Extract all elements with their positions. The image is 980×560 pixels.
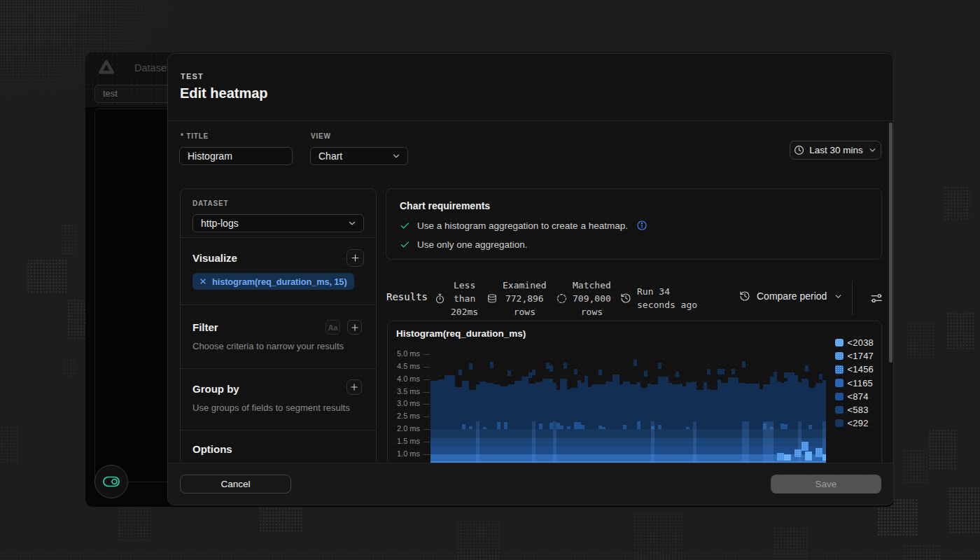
- groupby-description: Use groups of fields to segment results: [192, 402, 350, 413]
- heatmap-cell: [532, 370, 536, 375]
- y-tick-label: 5.0 ms: [388, 349, 420, 358]
- chart-requirements-title: Chart requirements: [400, 200, 490, 211]
- visualize-section-title: Visualize: [192, 252, 237, 264]
- heatmap-cell: [634, 360, 637, 366]
- requirement-item: Use only one aggregation.: [400, 239, 528, 250]
- dot-pattern-decoration: [67, 299, 86, 340]
- legend-label: <292: [848, 418, 869, 428]
- legend-swatch: [835, 339, 844, 347]
- y-tick-label: 4.0 ms: [388, 374, 420, 383]
- query-builder-panel: DATASET http-logs Visualize histogram(re…: [180, 188, 377, 482]
- chart-requirements-box: Chart requirements Use a histogram aggre…: [386, 188, 882, 260]
- chart-options-button[interactable]: [870, 292, 883, 304]
- compare-period-label: Compare period: [757, 290, 827, 302]
- add-filter-button[interactable]: [347, 320, 362, 335]
- heatmap-cell: [784, 454, 791, 461]
- heatmap-cell: [623, 425, 626, 429]
- heatmap-cell: [490, 362, 493, 368]
- heatmap-cell: [784, 424, 788, 429]
- y-tick-mark: [424, 442, 430, 442]
- y-tick-mark: [424, 429, 430, 430]
- heatmap-cell: [598, 370, 602, 375]
- info-icon[interactable]: [636, 220, 648, 231]
- heatmap-cell: [574, 369, 578, 374]
- dataset-select[interactable]: http-logs: [192, 214, 364, 232]
- dot-pattern-decoration: [63, 359, 77, 377]
- heatmap-cell: [507, 370, 511, 376]
- requirement-item: Use a histogram aggregation to create a …: [400, 220, 648, 231]
- compare-period-button[interactable]: Compare period: [739, 290, 843, 302]
- axiom-logo-icon: [98, 59, 115, 76]
- dot-pattern-decoration: [634, 512, 682, 560]
- legend-item: <583: [835, 405, 869, 415]
- dot-pattern-decoration: [118, 507, 151, 542]
- dataset-search-item[interactable]: test: [94, 85, 173, 103]
- dataset-list-panel: [94, 108, 173, 482]
- query-stat: Run 34 seconds ago: [620, 279, 697, 317]
- legend-label: <1747: [848, 351, 874, 361]
- heatmap-cell: [567, 426, 570, 430]
- dot-pattern-decoration: [928, 429, 958, 470]
- cancel-button[interactable]: Cancel: [180, 475, 291, 493]
- heatmap-streak: [693, 421, 696, 468]
- app-nav-title: Dataset: [134, 62, 169, 74]
- save-button[interactable]: Save: [771, 475, 881, 493]
- scrollbar-thumb[interactable]: [889, 122, 892, 363]
- legend-item: <1165: [835, 378, 873, 388]
- modal-header: TEST Edit heatmap: [168, 54, 893, 121]
- dot-pattern-decoration: [259, 504, 302, 533]
- modal-title: Edit heatmap: [180, 85, 268, 102]
- legend-swatch: [835, 379, 844, 387]
- heatmap-cell: [794, 449, 802, 457]
- add-groupby-button[interactable]: [346, 379, 362, 395]
- database-icon: [487, 293, 497, 304]
- divider: [181, 430, 376, 430]
- target-icon: [556, 293, 567, 304]
- filter-case-button[interactable]: Aa: [326, 320, 340, 335]
- y-tick-mark: [424, 379, 430, 380]
- y-tick-label: 2.5 ms: [388, 412, 420, 420]
- divider: [181, 368, 376, 369]
- remove-visualization-icon[interactable]: [199, 277, 207, 286]
- toggle-icon: [102, 474, 120, 489]
- heatmap-cell: [458, 370, 462, 375]
- heatmap-cell: [469, 426, 472, 429]
- heatmap-streak: [770, 421, 774, 468]
- y-tick-label: 4.5 ms: [388, 362, 420, 370]
- filter-section-title: Filter: [192, 321, 218, 333]
- legend-item: <1747: [835, 351, 874, 361]
- legend-label: <874: [848, 391, 869, 402]
- view-select[interactable]: Chart: [310, 147, 408, 165]
- y-tick-mark: [424, 367, 430, 368]
- sliders-icon: [870, 292, 883, 304]
- time-range-button[interactable]: Last 30 mins: [790, 141, 881, 160]
- legend-item: <2038: [835, 337, 874, 348]
- visualization-chip[interactable]: histogram(req_duration_ms, 15): [192, 273, 354, 290]
- dot-pattern-decoration: [948, 486, 980, 534]
- title-field-label: * TITLE: [181, 132, 209, 140]
- y-tick-label: 1.0 ms: [388, 449, 420, 458]
- heatmap-cell: [469, 363, 472, 370]
- dataset-label: DATASET: [192, 200, 228, 207]
- y-tick-mark: [424, 454, 430, 455]
- heatmap-cell: [658, 363, 662, 369]
- feature-toggle-button[interactable]: [94, 465, 128, 498]
- query-stat-text: Matched 709,000 rows: [573, 279, 611, 318]
- y-tick-label: 3.0 ms: [388, 399, 420, 407]
- heatmap-plot[interactable]: [430, 349, 826, 468]
- dot-pattern-decoration: [903, 449, 927, 483]
- stopwatch-icon: [435, 293, 445, 304]
- query-stat: Less than 202ms: [435, 279, 478, 317]
- plus-icon: [349, 382, 359, 392]
- heatmap-streak: [822, 421, 826, 468]
- legend-swatch: [835, 393, 844, 401]
- heatmap-cell: [742, 361, 746, 368]
- heatmap-streak: [476, 421, 479, 468]
- heatmap-cell: [602, 427, 606, 430]
- add-visualization-button[interactable]: [346, 249, 364, 267]
- legend-swatch: [835, 352, 844, 360]
- results-label: Results: [386, 291, 428, 302]
- plus-icon: [350, 323, 360, 332]
- history-icon: [739, 290, 750, 302]
- title-input[interactable]: Histogram: [179, 147, 293, 165]
